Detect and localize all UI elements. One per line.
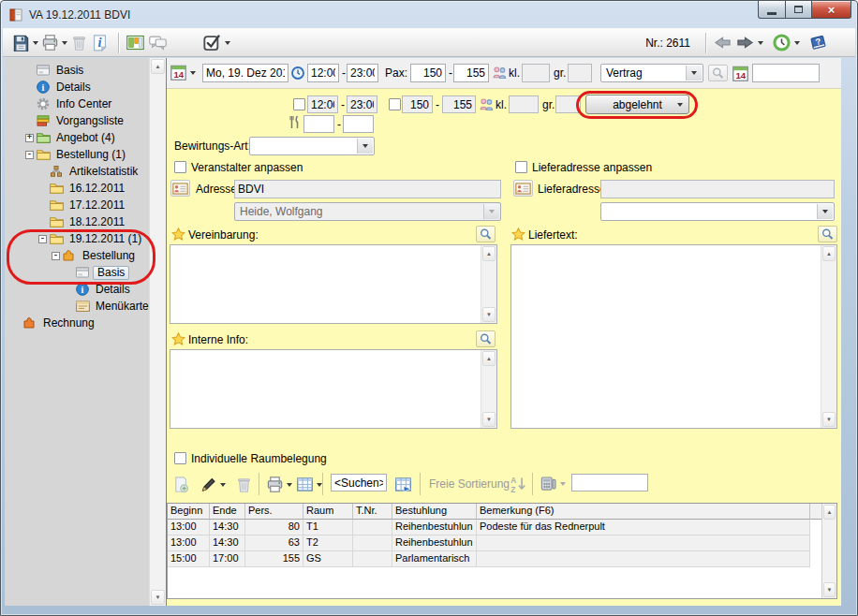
adresse-input[interactable] (234, 180, 501, 198)
column-header-bestuhlung[interactable]: Bestuhlung (392, 504, 477, 520)
date-picker-button[interactable]: 14 (170, 64, 196, 81)
close-button[interactable]: × (812, 1, 851, 19)
pax-from-input[interactable] (410, 64, 446, 82)
table-row[interactable]: 13:0014:3080T1ReihenbestuhlunPodeste für… (168, 520, 836, 535)
maximize-button[interactable] (786, 1, 812, 19)
kontakt-combobox[interactable]: Heide, Wolfgang (234, 202, 501, 221)
task-check-button[interactable] (202, 31, 230, 55)
textarea-scrollbar[interactable]: ▲ ▼ (821, 245, 836, 428)
scroll-down-icon[interactable]: ▼ (482, 307, 496, 322)
meal-to-input[interactable] (343, 115, 374, 133)
grid-view-button[interactable] (296, 476, 322, 493)
expand-plus-icon[interactable]: + (25, 134, 36, 142)
pax-max-2-input[interactable] (555, 95, 581, 113)
column-header-beginn[interactable]: Beginn (168, 504, 210, 520)
messages-button[interactable] (148, 31, 168, 55)
veranstalter-anpassen-checkbox[interactable] (174, 161, 186, 173)
interne-info-textarea[interactable]: ▲ ▼ (170, 349, 497, 429)
extra-input[interactable] (752, 64, 820, 82)
tree-item-artikelstatistik[interactable]: Artikelstatistik (5, 163, 149, 180)
column-header-raum[interactable]: Raum (303, 504, 353, 520)
table-scrollbar[interactable]: ▲ ▼ (821, 504, 836, 598)
scroll-down-icon[interactable]: ▼ (822, 412, 836, 427)
combo-dropdown-button[interactable] (357, 139, 373, 154)
info-button[interactable]: i (91, 31, 109, 55)
liefertext-zoom-button[interactable] (818, 226, 837, 242)
collapse-minus-icon[interactable]: - (25, 151, 36, 159)
meal-from-input[interactable] (303, 115, 334, 133)
tree-item-basis[interactable]: Basis (5, 62, 149, 79)
pax-to-2-input[interactable] (442, 95, 476, 113)
pax-from-2-input[interactable] (402, 95, 433, 113)
sidebar-scrollbar[interactable]: ▲ ▼ (149, 58, 166, 606)
search-input[interactable] (331, 474, 387, 491)
time-from-input[interactable] (307, 64, 339, 82)
individuelle-raumbelegung-checkbox[interactable] (174, 452, 186, 464)
tree-item-19-12-2011-1[interactable]: -19.12.2011 (1) (5, 230, 149, 247)
history-button[interactable] (772, 31, 800, 55)
scroll-up-icon[interactable]: ▲ (823, 505, 836, 520)
tree-item-angebot-4[interactable]: +Angebot (4) (5, 129, 149, 146)
pax-to-input[interactable] (453, 64, 489, 82)
column-header-bemerkung-f6[interactable]: Bemerkung (F6) (477, 504, 810, 520)
time-to-2-input[interactable] (347, 95, 377, 113)
tree-item-bestellung-1[interactable]: -Bestellung (1) (5, 146, 149, 163)
bewirtungsart-combobox[interactable] (249, 137, 375, 155)
combo-dropdown-button[interactable] (686, 66, 702, 81)
collapse-minus-icon[interactable]: - (38, 235, 49, 243)
interne-info-zoom-button[interactable] (476, 330, 496, 347)
vereinbarung-textarea[interactable]: ▲ ▼ (170, 244, 497, 324)
pax-min-input[interactable] (522, 64, 550, 82)
lieferadresse-anpassen-checkbox[interactable] (515, 161, 527, 173)
tree-item-menükarten[interactable]: Menükarten (5, 298, 149, 315)
pax-min-2-input[interactable] (509, 95, 539, 113)
scroll-up-icon[interactable]: ▲ (822, 246, 836, 261)
combo-dropdown-button[interactable] (817, 204, 833, 219)
tree-item-bestellung[interactable]: -Bestellung (5, 247, 149, 264)
table-row[interactable]: 15:0017:00155GSParlamentarisch (168, 551, 836, 567)
tree-item-rechnung[interactable]: Rechnung (5, 315, 149, 331)
scroll-up-icon[interactable]: ▲ (482, 351, 496, 366)
pax-override-checkbox[interactable] (389, 98, 401, 110)
status-dropdown-button[interactable]: abgelehnt (585, 95, 689, 114)
search-go-button[interactable] (394, 476, 412, 493)
save-button[interactable] (12, 31, 38, 55)
collapse-minus-icon[interactable]: - (52, 252, 62, 260)
status-combobox[interactable]: Vertrag (600, 64, 703, 82)
lieferadresse-picker-button[interactable] (513, 180, 533, 197)
tree-item-16-12-2011[interactable]: 16.12.2011 (5, 180, 149, 197)
liefertext-textarea[interactable]: ▲ ▼ (510, 244, 837, 429)
scroll-up-icon[interactable]: ▲ (482, 246, 496, 261)
title-bar[interactable]: VA 19.12.2011 BDVI (1, 1, 857, 28)
help-button[interactable]: ? (808, 31, 828, 55)
scroll-down-icon[interactable]: ▼ (482, 412, 496, 427)
tree-item-details[interactable]: iDetails (5, 281, 149, 298)
room-plan-button[interactable] (126, 31, 145, 55)
time-to-input[interactable] (347, 64, 378, 82)
print-table-button[interactable] (266, 476, 292, 493)
time-from-2-input[interactable] (307, 95, 338, 113)
nav-back-button[interactable] (713, 31, 732, 55)
scroll-down-icon[interactable]: ▼ (823, 582, 836, 597)
tree-item-details[interactable]: iDetails (5, 79, 149, 95)
minimize-button[interactable] (758, 1, 786, 19)
textarea-scrollbar[interactable]: ▲ ▼ (481, 350, 496, 428)
date-input[interactable] (202, 64, 288, 82)
column-header-pers[interactable]: Pers. (245, 504, 303, 520)
tree-item-basis[interactable]: Basis (5, 264, 149, 281)
nav-forward-button[interactable] (735, 31, 763, 55)
scroll-up-icon[interactable]: ▲ (151, 59, 165, 74)
textarea-scrollbar[interactable]: ▲ ▼ (481, 245, 496, 323)
column-header-ende[interactable]: Ende (210, 504, 245, 520)
filter-input[interactable] (571, 474, 648, 491)
scroll-down-icon[interactable]: ▼ (151, 590, 165, 605)
time-override-checkbox[interactable] (293, 98, 305, 110)
tree-item-info-center[interactable]: Info Center (5, 95, 149, 112)
column-header-t-nr[interactable]: T.Nr. (353, 504, 392, 520)
vereinbarung-zoom-button[interactable] (476, 226, 496, 242)
tree-item-17-12-2011[interactable]: 17.12.2011 (5, 197, 149, 213)
edit-row-button[interactable] (200, 476, 226, 493)
tree-item-vorgangsliste[interactable]: Vorgangsliste (5, 112, 149, 129)
lieferkontakt-combobox[interactable] (600, 202, 835, 221)
calendar-small-button[interactable]: 14 (732, 65, 749, 82)
